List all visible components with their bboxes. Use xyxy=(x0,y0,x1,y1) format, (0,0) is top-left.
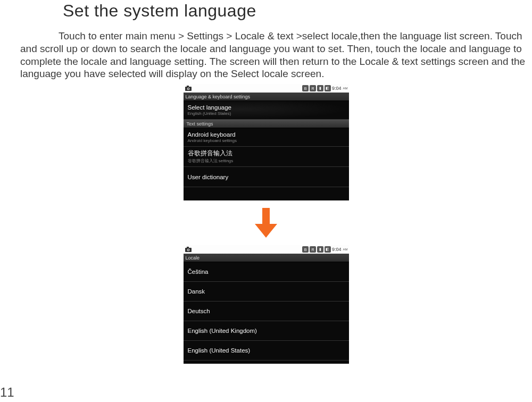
camera-icon xyxy=(185,246,192,253)
row-select-language[interactable]: Select language English (United States) xyxy=(184,101,349,120)
clock-ampm: AM xyxy=(343,87,348,90)
row-user-dictionary[interactable]: User dictionary xyxy=(184,167,349,187)
bluetooth-icon: B xyxy=(302,85,309,91)
signal-icon: ▮ xyxy=(317,246,323,253)
locale-label: Čeština xyxy=(188,269,345,275)
battery-icon: ◧ xyxy=(325,246,331,253)
page-title: Set the system language xyxy=(63,1,256,21)
svg-marker-5 xyxy=(255,224,277,238)
locale-label: English (United Kingdom) xyxy=(188,328,345,334)
locale-label: Dansk xyxy=(188,288,345,295)
row-title: Android keyboard xyxy=(188,131,345,138)
status-bar: B R ▮ ◧ 9:04AM xyxy=(184,84,349,93)
screen-header: Locale xyxy=(184,254,349,262)
row-title: User dictionary xyxy=(188,174,345,180)
locale-item-english-us[interactable]: English (United States) xyxy=(184,341,349,361)
section-header-text-settings: Text settings xyxy=(184,120,349,128)
locale-item-deutsch[interactable]: Deutsch xyxy=(184,302,349,321)
locale-item-cestina[interactable]: Čeština xyxy=(184,262,349,282)
row-title: 谷歌拼音输入法 xyxy=(188,149,345,157)
row-title: Select language xyxy=(188,104,345,111)
clock-time: 9:04 xyxy=(332,247,342,252)
manual-page: Set the system language Touch to enter m… xyxy=(0,0,532,402)
sim-icon: R xyxy=(310,246,316,253)
screenshot-locale-list: B R ▮ ◧ 9:04AM Locale Čeština Dansk Deut… xyxy=(184,245,349,364)
bluetooth-icon: B xyxy=(302,246,309,253)
filler xyxy=(184,361,349,364)
clock-time: 9:04 xyxy=(332,86,342,91)
screenshots-container: B R ▮ ◧ 9:04AM Language & keyboard setti… xyxy=(0,84,532,364)
body-paragraph: Touch to enter main menu > Settings > Lo… xyxy=(20,30,531,80)
row-android-keyboard[interactable]: Android keyboard Android keyboard settin… xyxy=(184,128,349,147)
locale-item-english-uk[interactable]: English (United Kingdom) xyxy=(184,321,349,341)
sim-icon: R xyxy=(310,85,316,91)
clock-ampm: AM xyxy=(343,248,348,251)
screen-header: Language & keyboard settings xyxy=(184,93,349,101)
svg-point-9 xyxy=(187,249,189,251)
body-text-content: Touch to enter main menu > Settings > Lo… xyxy=(20,30,525,79)
row-subtitle: 谷歌拼音输入法 settings xyxy=(188,158,345,164)
signal-icon: ▮ xyxy=(317,85,323,91)
row-subtitle: Android keyboard settings xyxy=(188,138,345,143)
arrow-down xyxy=(184,208,349,238)
battery-icon: ◧ xyxy=(325,85,331,91)
locale-label: Deutsch xyxy=(188,308,345,314)
status-bar: B R ▮ ◧ 9:04AM xyxy=(184,245,349,254)
row-subtitle: English (United States) xyxy=(188,111,345,116)
camera-icon xyxy=(185,85,192,91)
svg-point-3 xyxy=(187,88,189,90)
svg-rect-7 xyxy=(187,247,189,248)
svg-rect-1 xyxy=(187,86,189,87)
screenshot-language-settings: B R ▮ ◧ 9:04AM Language & keyboard setti… xyxy=(184,84,349,200)
filler xyxy=(184,187,349,200)
locale-item-dansk[interactable]: Dansk xyxy=(184,282,349,302)
svg-rect-4 xyxy=(262,208,270,224)
locale-label: English (United States) xyxy=(188,347,345,354)
row-google-pinyin[interactable]: 谷歌拼音输入法 谷歌拼音输入法 settings xyxy=(184,147,349,167)
page-number: 11 xyxy=(0,385,14,400)
arrow-down-icon xyxy=(254,208,278,238)
